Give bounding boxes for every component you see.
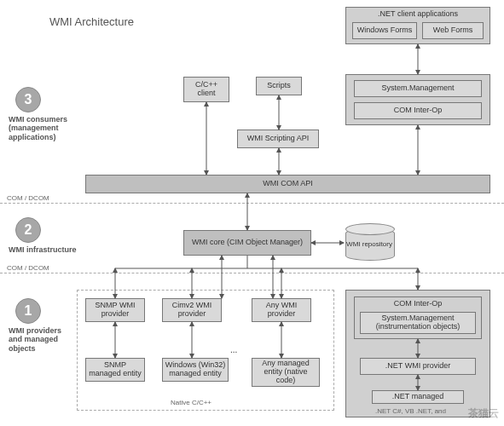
wmi-repository-label: WMI repository <box>345 240 393 248</box>
section-2-label: WMI infrastructure <box>9 245 77 254</box>
net-wmi-provider-box: .NET WMI provider <box>360 358 476 375</box>
web-forms-box: Web Forms <box>422 22 484 39</box>
com-interop-box: COM Inter-Op <box>354 102 482 119</box>
wmi-repository-cylinder: WMI repository <box>345 228 393 259</box>
any-managed-entity-box: Any managed entity (native code) <box>252 358 320 387</box>
net-managed-box: .NET managed <box>372 390 464 404</box>
scripts-box: Scripts <box>256 77 302 95</box>
divider-2-label: COM / DCOM <box>7 264 49 272</box>
divider-2 <box>0 273 504 273</box>
windows-managed-entity-box: Windows (Win32) managed entity <box>162 358 229 382</box>
diagram-title: WMI Architecture <box>49 15 134 28</box>
net-langs-label: .NET C#, VB .NET, and <box>375 407 446 415</box>
wmi-core-box: WMI core (CIM Object Manager) <box>183 230 311 256</box>
section-3-label: WMI consumers (management applications) <box>9 115 77 141</box>
section-1-badge: 1 <box>15 298 41 324</box>
wmi-com-api-box: WMI COM API <box>85 175 490 193</box>
any-wmi-provider-box: Any WMI provider <box>252 298 311 322</box>
divider-1 <box>0 203 504 204</box>
ellipsis: ... <box>230 345 237 354</box>
section-2-badge: 2 <box>15 217 41 243</box>
section-3-badge: 3 <box>15 87 41 112</box>
system-management-instr-box: System.Management (instrumentation objec… <box>360 312 476 334</box>
divider-1-label: COM / DCOM <box>7 194 49 202</box>
wmi-scripting-api-box: WMI Scripting API <box>237 130 319 148</box>
section-1-label: WMI providers and managed objects <box>9 326 77 353</box>
watermark: 茶猫云 <box>468 406 499 421</box>
native-cpp-label: Native C/C++ <box>171 399 211 406</box>
c-cpp-client-box: C/C++ client <box>183 77 229 102</box>
cimv2-wmi-provider-box: Cimv2 WMI provider <box>162 298 222 322</box>
snmp-managed-entity-box: SNMP managed entity <box>85 358 145 382</box>
snmp-wmi-provider-box: SNMP WMI provider <box>85 298 145 322</box>
windows-forms-box: Windows Forms <box>352 22 417 39</box>
system-management-box: System.Management <box>354 80 482 97</box>
